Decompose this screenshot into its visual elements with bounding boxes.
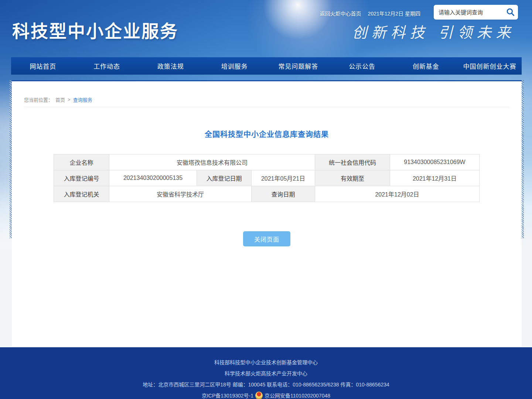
footer-contact-line: 地址：北京市西城区三里河二区甲18号 邮编：100045 联系电话：010-88… bbox=[0, 377, 532, 388]
value-registration-date: 2021年05月21日 bbox=[252, 170, 315, 186]
page-footer: 科技部科技型中小企业技术创新基金管理中心 科学技术部火炬高技术产业开发中心 地址… bbox=[0, 347, 532, 399]
footer-org-line-2: 科学技术部火炬高技术产业开发中心 bbox=[0, 366, 532, 377]
nav-item-innovation-fund[interactable]: 创新基金 bbox=[394, 57, 458, 75]
nav-item-innovation-competition[interactable]: 中国创新创业大赛 bbox=[458, 57, 522, 75]
nav-item-home[interactable]: 网站首页 bbox=[11, 57, 75, 75]
query-result-table: 企业名称 安徽塔孜信息技术有限公司 统一社会信用代码 9134030008523… bbox=[54, 154, 480, 202]
footer-org-line-1: 科技部科技型中小企业技术创新基金管理中心 bbox=[0, 347, 532, 366]
label-registration-number: 入库登记编号 bbox=[54, 170, 109, 186]
value-credit-code: 91340300085231069W bbox=[390, 154, 480, 170]
table-row: 入库登记编号 202134030200005135 入库登记日期 2021年05… bbox=[54, 170, 480, 186]
search-input[interactable] bbox=[434, 5, 506, 20]
slogan-calligraphy: 创新科技 引领未来 bbox=[352, 21, 515, 42]
search-icon bbox=[506, 13, 515, 18]
breadcrumb-current-link[interactable]: 查询服务 bbox=[73, 96, 92, 103]
footer-beian-line: 京ICP备13019302号-1 京公网安备11010202007048 bbox=[0, 388, 532, 399]
table-row: 入库登记机关 安徽省科学技术厅 查询日期 2021年12月02日 bbox=[54, 186, 480, 202]
page-title: 全国科技型中小企业信息库查询结果 bbox=[12, 129, 522, 139]
value-registration-number: 202134030200005135 bbox=[109, 170, 197, 186]
label-registration-authority: 入库登记机关 bbox=[54, 186, 109, 202]
label-credit-code: 统一社会信用代码 bbox=[315, 154, 390, 170]
breadcrumb-home-link[interactable]: 首页 bbox=[55, 96, 65, 103]
breadcrumb: 您当前位置： 首页 > 查询服务 bbox=[24, 96, 92, 103]
label-valid-until: 有效期至 bbox=[315, 170, 390, 186]
value-registration-authority: 安徽省科学技术厅 bbox=[109, 186, 252, 202]
value-valid-until: 2021年12月31日 bbox=[390, 170, 480, 186]
header-top-links: 返回火炬中心首页 2021年12月2日 星期四 bbox=[320, 10, 420, 17]
nav-item-training[interactable]: 培训服务 bbox=[202, 57, 266, 75]
nav-item-faq[interactable]: 常见问题解答 bbox=[266, 57, 330, 75]
search-button[interactable] bbox=[505, 7, 516, 17]
content-card: 您当前位置： 首页 > 查询服务 全国科技型中小企业信息库查询结果 企业名称 安… bbox=[12, 80, 522, 347]
breadcrumb-divider bbox=[24, 107, 509, 107]
breadcrumb-separator: > bbox=[68, 97, 71, 102]
value-company-name: 安徽塔孜信息技术有限公司 bbox=[109, 154, 315, 170]
label-company-name: 企业名称 bbox=[54, 154, 109, 170]
breadcrumb-prefix: 您当前位置： bbox=[24, 96, 53, 103]
label-query-date: 查询日期 bbox=[252, 186, 315, 202]
nav-item-policies[interactable]: 政策法规 bbox=[139, 57, 203, 75]
main-nav: 网站首页 工作动态 政策法规 培训服务 常见问题解答 公示公告 创新基金 中国创… bbox=[11, 57, 522, 75]
torch-center-home-link[interactable]: 返回火炬中心首页 bbox=[320, 10, 361, 17]
table-row: 企业名称 安徽塔孜信息技术有限公司 统一社会信用代码 9134030008523… bbox=[54, 154, 480, 170]
close-page-button[interactable]: 关闭页面 bbox=[243, 231, 290, 246]
value-query-date: 2021年12月02日 bbox=[315, 186, 480, 202]
nav-item-work-news[interactable]: 工作动态 bbox=[75, 57, 139, 75]
search-box bbox=[434, 5, 518, 20]
police-badge-icon bbox=[255, 392, 263, 399]
nav-item-announcements[interactable]: 公示公告 bbox=[330, 57, 394, 75]
site-logo-title: 科技型中小企业服务 bbox=[12, 17, 178, 42]
icp-number: 京ICP备13019302号-1 bbox=[202, 392, 253, 399]
label-registration-date: 入库登记日期 bbox=[197, 170, 252, 186]
current-date-text: 2021年12月2日 星期四 bbox=[368, 10, 420, 17]
police-beian-number: 京公网安备11010202007048 bbox=[265, 392, 330, 399]
